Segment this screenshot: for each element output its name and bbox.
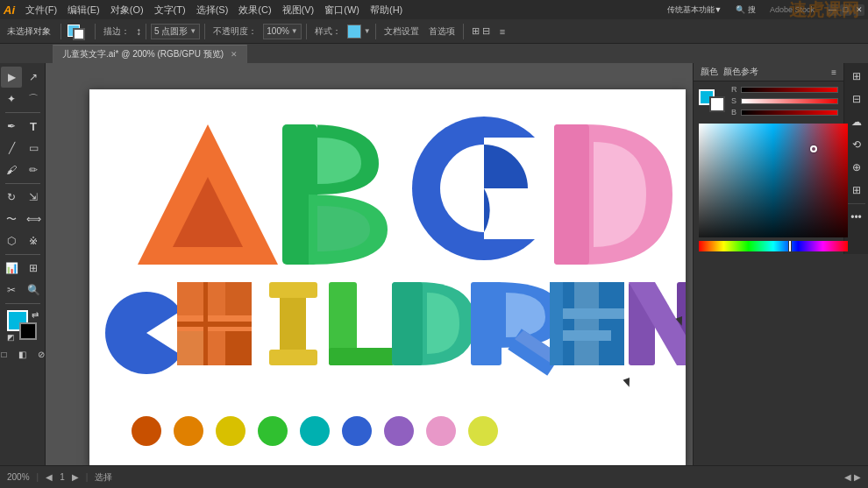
svg-rect-29 [574, 282, 599, 365]
zoom-tool[interactable]: 🔍 [23, 279, 44, 301]
dot-lime[interactable] [468, 416, 498, 446]
width-tool[interactable]: ⟺ [23, 209, 44, 230]
rotate-tool[interactable]: ↻ [1, 187, 22, 208]
search-bar[interactable]: 🔍 搜 [730, 0, 761, 19]
letter-D2[interactable] [392, 282, 475, 365]
menu-window[interactable]: 窗口(W) [319, 0, 365, 19]
menu-object[interactable]: 对象(O) [105, 0, 149, 19]
color-gradient-square[interactable] [699, 124, 848, 237]
arrange-btn[interactable]: ⊞ ⊟ [468, 24, 494, 39]
letter-I[interactable] [269, 282, 317, 365]
pen-tool[interactable]: ✒ [1, 116, 22, 137]
maximize-button[interactable]: □ [840, 4, 851, 16]
letter-N[interactable] [629, 282, 686, 365]
tab-close[interactable]: ✕ [231, 50, 238, 59]
fill-mode-btn[interactable]: □ [0, 346, 12, 362]
status-info: 选择 [95, 471, 112, 484]
pencil-tool[interactable]: ✏ [23, 159, 44, 180]
scale-tool[interactable]: ⇲ [23, 187, 44, 208]
stroke-color[interactable] [19, 322, 37, 340]
canvas [89, 89, 686, 465]
transform-icon[interactable]: ⟲ [847, 135, 866, 154]
dot-green[interactable] [258, 416, 288, 446]
letter-L[interactable] [329, 282, 395, 365]
preferences[interactable]: 首选项 [425, 24, 459, 39]
menu-effect[interactable]: 效果(C) [233, 0, 276, 19]
fill-stroke-stack[interactable]: ⇄ ◩ [7, 310, 39, 342]
align-icon[interactable]: ⊞ [847, 180, 866, 200]
nav-next[interactable]: ▶ [72, 472, 79, 482]
opacity-dropdown[interactable]: 100% ▼ [263, 24, 302, 39]
magic-wand-tool[interactable]: ✦ [1, 88, 22, 110]
close-button[interactable]: ✕ [853, 4, 864, 16]
cc-libraries-icon[interactable]: ☁ [847, 112, 866, 131]
direct-select-tool[interactable]: ↗ [23, 67, 44, 88]
align-btn[interactable]: ≡ [496, 25, 509, 39]
artboard-tool[interactable]: ⊞ [23, 258, 44, 279]
more-icon[interactable]: ••• [847, 208, 866, 227]
nav-arrows[interactable]: ◀ ▶ [844, 472, 861, 482]
gradient-mode-btn[interactable]: ◧ [15, 346, 31, 362]
symbol-tool[interactable]: ※ [23, 230, 44, 251]
status-bar: 200% | ◀ 1 ▶ | 选择 ◀ ▶ [0, 465, 868, 488]
dot-yellow[interactable] [216, 416, 245, 446]
slice-tool[interactable]: ✂ [1, 279, 22, 301]
b-slider[interactable] [741, 110, 838, 116]
minimize-button[interactable]: — [827, 4, 838, 16]
letter-C2[interactable] [105, 292, 188, 374]
style-swatch[interactable] [347, 25, 361, 39]
dot-brown[interactable] [132, 416, 161, 446]
swap-colors-icon[interactable]: ⇄ [32, 310, 39, 320]
select-tool[interactable]: ▶ [1, 67, 22, 88]
r-slider[interactable] [741, 87, 838, 93]
warp-tool[interactable]: 〜 [1, 209, 22, 230]
dot-orange[interactable] [174, 416, 203, 446]
nav-prev[interactable]: ◀ [46, 472, 53, 482]
menu-edit[interactable]: 编辑(E) [62, 0, 105, 19]
tool-row-3: ✒ T [1, 116, 44, 137]
fill-stroke-indicator[interactable] [66, 23, 90, 40]
lasso-tool[interactable]: ⌒ [23, 88, 44, 110]
adobe-stock[interactable]: Adobe Stock [765, 0, 820, 19]
letter-H[interactable] [177, 282, 252, 365]
pathfinder-icon[interactable]: ⊕ [847, 158, 866, 177]
menu-help[interactable]: 帮助(H) [365, 0, 408, 19]
dot-pink[interactable] [426, 416, 456, 446]
stroke-size-dropdown[interactable]: 5 点圆形 ▼ [151, 24, 200, 39]
letter-C[interactable] [412, 117, 563, 260]
gradient-picker[interactable] [699, 124, 838, 237]
stroke-label: 描边： [100, 24, 133, 39]
dot-teal[interactable] [300, 416, 330, 446]
letter-A[interactable] [138, 124, 278, 265]
menu-bar: Ai 文件(F) 编辑(E) 对象(O) 文字(T) 选择(S) 效果(C) 视… [0, 0, 868, 19]
default-colors-icon[interactable]: ◩ [7, 333, 15, 342]
opacity-label: 不透明度： [210, 24, 260, 39]
doc-settings[interactable]: 文档设置 [381, 24, 423, 39]
shape-builder[interactable]: ⬡ [1, 230, 22, 251]
svg-rect-13 [225, 326, 252, 365]
letter-R[interactable] [471, 282, 563, 365]
layers-icon[interactable]: ⊞ [847, 67, 866, 86]
line-tool[interactable]: ╱ [1, 138, 22, 159]
zoom-level[interactable]: 200% [7, 472, 30, 482]
column-chart[interactable]: 📊 [1, 258, 22, 279]
letter-E[interactable] [550, 282, 624, 365]
panel-menu-icon[interactable]: ≡ [831, 67, 836, 77]
s-slider[interactable] [741, 98, 838, 104]
dot-purple[interactable] [384, 416, 414, 446]
letter-B[interactable] [282, 124, 388, 265]
dot-blue[interactable] [342, 416, 372, 446]
properties-icon[interactable]: ⊟ [847, 89, 866, 109]
menu-select[interactable]: 选择(S) [191, 0, 234, 19]
menu-text[interactable]: 文字(T) [149, 0, 191, 19]
rect-tool[interactable]: ▭ [23, 138, 44, 159]
letter-D[interactable] [554, 124, 672, 265]
paintbrush-tool[interactable]: 🖌 [1, 159, 22, 180]
hue-slider[interactable] [699, 241, 848, 251]
type-tool[interactable]: T [23, 116, 44, 137]
menu-view[interactable]: 视图(V) [277, 0, 320, 19]
essential-features[interactable]: 传统基本功能▼ [662, 0, 728, 19]
menu-file[interactable]: 文件(F) [20, 0, 62, 19]
stroke-box[interactable] [709, 96, 725, 112]
file-tab[interactable]: 儿童英文字.ai* @ 200% (RGB/GPU 预览) ✕ [53, 45, 247, 63]
